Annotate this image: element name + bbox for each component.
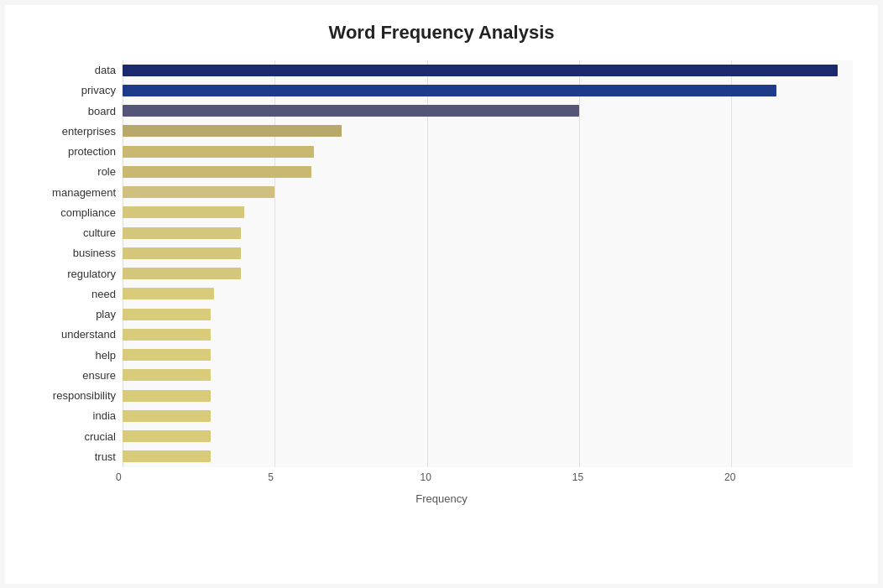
bar-row [123, 446, 853, 466]
bar-row [123, 162, 853, 182]
bar-row [123, 406, 853, 426]
bar [123, 227, 241, 239]
bar [123, 268, 241, 279]
y-label: help [30, 345, 123, 365]
bar-row [123, 223, 853, 243]
bar [123, 430, 211, 442]
y-label: role [30, 162, 123, 182]
bar [123, 410, 211, 422]
y-label: responsibility [30, 386, 123, 406]
y-label: crucial [30, 426, 123, 446]
bar-row [123, 142, 853, 162]
bar [123, 186, 274, 198]
bar [123, 309, 211, 320]
y-label: culture [30, 223, 123, 243]
bar [123, 85, 776, 96]
bar-row [123, 101, 853, 121]
bars-section: dataprivacyboardenterprisesprotectionrol… [30, 60, 853, 467]
bar [123, 206, 244, 218]
y-label: board [30, 101, 123, 121]
bar-row [123, 60, 853, 81]
y-label: india [30, 406, 123, 426]
bar [123, 450, 211, 462]
y-label: enterprises [30, 121, 123, 141]
bar [123, 369, 211, 381]
bar [123, 247, 241, 259]
bar-row [123, 345, 853, 365]
x-tick: 5 [268, 471, 274, 483]
x-tick: 20 [724, 471, 735, 483]
x-tick: 0 [116, 471, 122, 483]
y-label: management [30, 182, 123, 202]
y-label: understand [30, 325, 123, 345]
bar-row [123, 386, 853, 406]
bar-row [123, 325, 853, 345]
bar [123, 105, 579, 117]
bar [123, 125, 342, 137]
chart-area: dataprivacyboardenterprisesprotectionrol… [30, 60, 853, 505]
bar [123, 349, 211, 361]
y-label: ensure [30, 365, 123, 385]
bar-row [123, 81, 853, 101]
bar [123, 146, 314, 158]
x-axis-label: Frequency [30, 492, 853, 505]
bar-row [123, 426, 853, 446]
y-labels: dataprivacyboardenterprisesprotectionrol… [30, 60, 123, 467]
bar-row [123, 263, 853, 284]
chart-container: Word Frequency Analysis dataprivacyboard… [5, 5, 878, 584]
bar-row [123, 121, 853, 141]
x-tick: 15 [572, 471, 583, 483]
bar-row [123, 284, 853, 304]
y-label: data [30, 60, 123, 81]
chart-title: Word Frequency Analysis [30, 22, 853, 44]
bar [123, 288, 214, 299]
bar [123, 65, 838, 76]
y-label: trust [30, 446, 123, 466]
y-label: privacy [30, 81, 123, 101]
y-label: regulatory [30, 263, 123, 284]
y-label: compliance [30, 202, 123, 222]
y-label: need [30, 284, 123, 304]
bar [123, 390, 211, 402]
x-tick: 10 [421, 471, 431, 483]
x-axis: 05101520 [123, 471, 853, 488]
bars-and-grid [123, 60, 853, 467]
bar [123, 329, 211, 341]
bar-row [123, 182, 853, 202]
bar-row [123, 304, 853, 325]
bar-row [123, 243, 853, 263]
bar-row [123, 202, 853, 222]
y-label: business [30, 243, 123, 263]
y-label: play [30, 304, 123, 325]
bar [123, 166, 311, 178]
bar-row [123, 365, 853, 385]
y-label: protection [30, 142, 123, 162]
